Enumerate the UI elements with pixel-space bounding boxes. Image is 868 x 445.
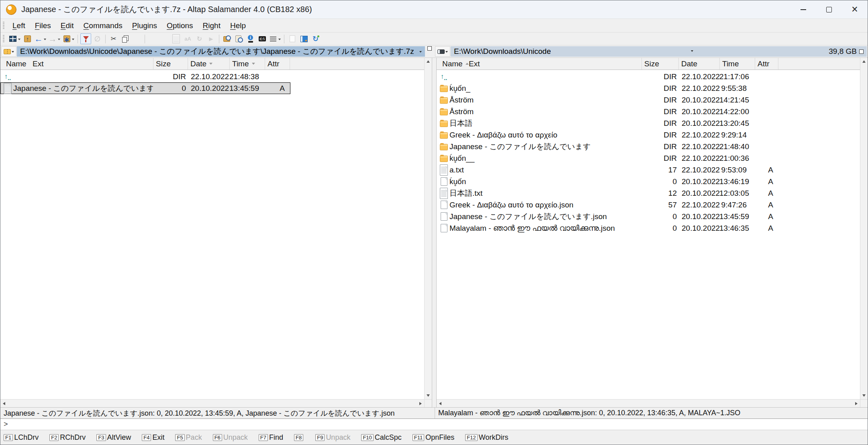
menu-item[interactable]: Files xyxy=(30,20,56,31)
function-key-button[interactable]: F11 OpnFiles xyxy=(413,433,454,442)
no-filter-icon[interactable] xyxy=(92,33,103,44)
column-header-attr[interactable]: Attr xyxy=(265,58,290,70)
column-header-attr[interactable]: Attr xyxy=(755,58,778,70)
file-row[interactable]: Malayalam - ഞാൻ ഈ ഫയൽ വായിക്കുന്നു.json … xyxy=(437,222,779,234)
menu-item[interactable]: Plugins xyxy=(127,20,162,31)
copy-icon[interactable] xyxy=(120,33,131,44)
scroll-left-icon[interactable] xyxy=(437,400,444,407)
toolbar-grip[interactable] xyxy=(3,35,4,43)
scroll-up-icon[interactable] xyxy=(425,58,432,65)
find-duplicates-icon[interactable] xyxy=(233,33,244,44)
function-key-button[interactable]: F6 Unpack xyxy=(213,433,248,442)
right-vertical-scrollbar[interactable] xyxy=(860,58,868,399)
menu-item[interactable]: Help xyxy=(225,20,251,31)
back-icon[interactable] xyxy=(34,33,47,44)
column-header-date[interactable]: Date xyxy=(678,58,719,70)
paste-special-icon[interactable] xyxy=(147,33,158,44)
menu-item[interactable]: Options xyxy=(162,20,198,31)
paste-icon[interactable] xyxy=(131,33,142,44)
menu-grip[interactable] xyxy=(3,22,4,30)
left-path-text: E:\Work\Downloads\Unicode\Japanese - このフ… xyxy=(20,46,414,57)
file-row[interactable]: ḱu̥ốn_ DIR 22.10.2022 9:55:38 xyxy=(437,82,779,94)
function-key-button[interactable]: F5 Pack xyxy=(175,433,202,442)
right-drive-button[interactable] xyxy=(435,46,450,57)
file-row[interactable]: DIR 22.10.2022 21:48:38 xyxy=(0,71,290,82)
function-key-button[interactable]: F3 AltView xyxy=(96,433,131,442)
right-path-bar[interactable]: E:\Work\Downloads\Unicode 39,8 GB xyxy=(451,46,867,57)
file-row[interactable]: Greek - Διαβάζω αυτό το αρχείο DIR 22.10… xyxy=(437,129,779,141)
column-header-ext[interactable]: Ext xyxy=(30,58,153,70)
cut-icon[interactable] xyxy=(108,33,119,44)
left-path-dropdown-icon[interactable] xyxy=(419,51,422,54)
column-header-time[interactable]: Time xyxy=(229,58,265,70)
file-row[interactable]: Åström DIR 20.10.2022 14:22:00 xyxy=(437,106,779,117)
change-case-icon[interactable] xyxy=(182,33,193,44)
function-key-button[interactable]: F12 WorkDirs xyxy=(465,433,508,442)
file-row[interactable]: Japanese - このファイルを読んでいます DIR 22.10.2022 … xyxy=(437,141,779,152)
file-row[interactable]: Åström DIR 20.10.2022 14:21:45 xyxy=(437,94,779,106)
menu-item[interactable]: Left xyxy=(8,20,30,31)
function-key-button[interactable]: F7 Find xyxy=(259,433,283,442)
column-header-name[interactable]: Name xyxy=(440,58,466,70)
menu-item[interactable]: Edit xyxy=(56,20,79,31)
file-row[interactable]: ḱu̥ốn__ DIR 22.10.2022 21:00:36 xyxy=(437,152,779,164)
left-vertical-scrollbar[interactable] xyxy=(424,58,432,399)
view-menu-icon[interactable] xyxy=(268,33,282,44)
scroll-up-icon[interactable] xyxy=(860,58,868,65)
file-row[interactable]: Japanese - このファイルを読んでいます.json 0 20.10.20… xyxy=(0,82,290,94)
column-header-size[interactable]: Size xyxy=(641,58,678,70)
function-key-button[interactable]: F9 Unpack xyxy=(315,433,350,442)
scroll-right-icon[interactable] xyxy=(417,400,424,407)
pack-icon[interactable] xyxy=(206,33,216,44)
up-dir-icon[interactable] xyxy=(22,33,33,44)
left-horizontal-scrollbar[interactable] xyxy=(0,399,424,407)
left-panel-zoom-button[interactable] xyxy=(427,46,432,51)
menu-item[interactable]: Right xyxy=(198,20,225,31)
file-row[interactable]: ḱu̥ốn 0 20.10.2022 13:46:19 A xyxy=(437,176,779,187)
convert-icon[interactable] xyxy=(194,33,205,44)
function-key-button[interactable]: F8 xyxy=(294,434,304,441)
scroll-left-icon[interactable] xyxy=(0,400,8,407)
find-icon[interactable] xyxy=(222,33,233,44)
scroll-down-icon[interactable] xyxy=(425,392,432,399)
new-file-icon[interactable] xyxy=(287,33,298,44)
file-row[interactable]: 日本語 DIR 20.10.2022 13:20:45 xyxy=(437,117,779,129)
filter-icon[interactable] xyxy=(80,33,91,44)
function-key-button[interactable]: F1 LChDrv xyxy=(4,433,39,442)
shell-icon[interactable] xyxy=(257,33,268,44)
paste-shortcut-icon[interactable] xyxy=(159,33,170,44)
file-row[interactable]: Japanese - このファイルを読んでいます.json 0 20.10.20… xyxy=(437,211,779,222)
file-row[interactable]: Greek - Διαβάζω αυτό το αρχείο.json 57 2… xyxy=(437,199,779,211)
function-key-button[interactable]: F10 CalcSpc xyxy=(361,433,401,442)
close-button[interactable]: × xyxy=(842,0,868,18)
column-header-ext[interactable]: Ext xyxy=(466,58,641,70)
left-drive-button[interactable] xyxy=(1,46,16,57)
file-row[interactable]: DIR 22.10.2022 21:17:06 xyxy=(437,71,779,82)
file-row[interactable]: 日本語.txt 12 20.10.2022 12:03:05 A xyxy=(437,187,779,199)
forward-icon[interactable] xyxy=(48,33,61,44)
user-menu-icon[interactable] xyxy=(298,33,309,44)
minimize-button[interactable] xyxy=(790,0,816,18)
function-key-button[interactable]: F2 RChDrv xyxy=(49,433,86,442)
command-line[interactable]: > xyxy=(0,418,868,430)
panel-layout-icon[interactable] xyxy=(8,33,21,44)
hot-paths-icon[interactable] xyxy=(62,33,75,44)
menu-item[interactable]: Commands xyxy=(79,20,127,31)
function-key-button[interactable]: F4 Exit xyxy=(142,433,164,442)
maximize-button[interactable] xyxy=(816,0,842,18)
column-header-date[interactable]: Date xyxy=(188,58,229,70)
file-row[interactable]: a.txt 17 22.10.2022 9:53:09 A xyxy=(437,164,779,176)
refresh-icon[interactable] xyxy=(310,33,321,44)
left-path-bar[interactable]: E:\Work\Downloads\Unicode\Japanese - このフ… xyxy=(17,46,425,57)
drive-info-icon[interactable] xyxy=(245,33,256,44)
right-path-dropdown-icon[interactable] xyxy=(691,50,693,53)
column-header-time[interactable]: Time xyxy=(719,58,755,70)
right-horizontal-scrollbar[interactable] xyxy=(437,399,860,407)
scroll-down-icon[interactable] xyxy=(860,392,868,399)
scroll-right-icon[interactable] xyxy=(853,400,860,407)
right-panel-zoom-button[interactable] xyxy=(859,49,864,54)
column-header-name[interactable]: Name xyxy=(4,58,30,70)
column-header-size[interactable]: Size xyxy=(153,58,188,70)
panel-splitter[interactable] xyxy=(432,58,437,407)
file-list-icon[interactable] xyxy=(171,33,182,44)
